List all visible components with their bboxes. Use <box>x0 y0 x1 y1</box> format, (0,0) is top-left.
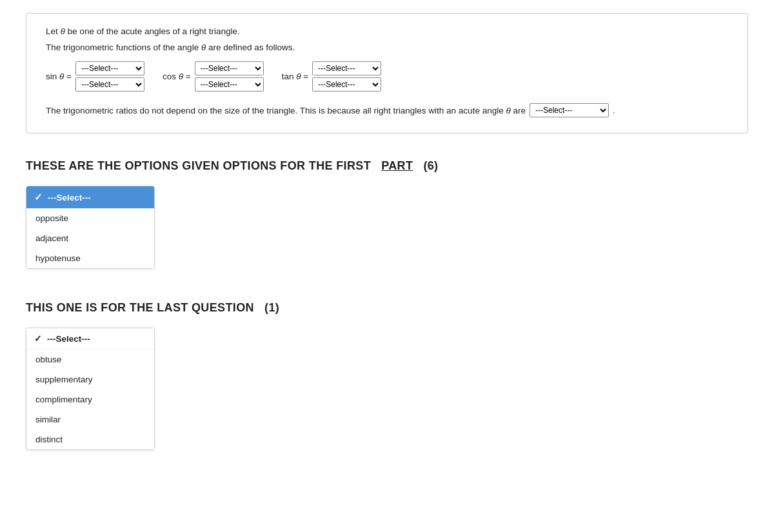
last-panel-option-obtuse[interactable]: obtuse <box>26 350 154 369</box>
tan-label: tan θ = <box>282 72 309 81</box>
sin-item: sin θ = ---Select--- opposite adjacent h… <box>46 61 144 92</box>
cos-label: cos θ = <box>163 72 191 81</box>
sin-selects: ---Select--- opposite adjacent hypotenus… <box>75 61 144 92</box>
trig-functions-row: sin θ = ---Select--- opposite adjacent h… <box>46 61 728 92</box>
tan-numerator-select[interactable]: ---Select--- opposite adjacent hypotenus… <box>312 61 381 75</box>
first-panel-option-opposite[interactable]: opposite <box>26 208 154 228</box>
last-question-period: . <box>613 106 615 115</box>
last-part-heading: THIS ONE IS FOR THE LAST QUESTION (1) <box>26 301 748 315</box>
last-panel-header-label: ---Select--- <box>47 334 90 344</box>
cos-denominator-select[interactable]: ---Select--- opposite adjacent hypotenus… <box>195 77 264 92</box>
last-dropdown-panel: ✓ ---Select--- obtuse supplementary comp… <box>26 328 155 450</box>
last-panel-option-supplementary[interactable]: supplementary <box>26 369 154 389</box>
question-box: Let θ be one of the acute angles of a ri… <box>26 13 748 133</box>
first-part-label: PART <box>381 159 413 172</box>
last-panel-option-complimentary[interactable]: complimentary <box>26 389 154 409</box>
first-panel-header-label: ---Select--- <box>48 193 91 202</box>
first-part-heading-text: THESE ARE THE OPTIONS GIVEN OPTIONS FOR … <box>26 159 371 172</box>
page-container: Let θ be one of the acute angles of a ri… <box>0 0 774 489</box>
cos-numerator-select[interactable]: ---Select--- opposite adjacent hypotenus… <box>195 61 264 75</box>
last-part-heading-text: THIS ONE IS FOR THE LAST QUESTION <box>26 301 254 314</box>
sin-label: sin θ = <box>46 72 72 81</box>
sin-denominator-select[interactable]: ---Select--- opposite adjacent hypotenus… <box>75 77 144 92</box>
last-panel-checkmark: ✓ <box>34 333 42 344</box>
last-part-section: THIS ONE IS FOR THE LAST QUESTION (1) ✓ … <box>26 301 748 450</box>
first-part-heading: THESE ARE THE OPTIONS GIVEN OPTIONS FOR … <box>26 159 748 173</box>
intro-line1: Let θ be one of the acute angles of a ri… <box>46 26 728 36</box>
first-panel-header[interactable]: ✓ ---Select--- <box>26 186 154 208</box>
last-panel-header[interactable]: ✓ ---Select--- <box>26 328 154 350</box>
first-dropdown-panel: ✓ ---Select--- opposite adjacent hypoten… <box>26 186 155 269</box>
last-question-text1: The trigonometric ratios do not depend o… <box>46 106 526 115</box>
tan-denominator-select[interactable]: ---Select--- opposite adjacent hypotenus… <box>312 77 381 92</box>
last-question-select[interactable]: ---Select--- obtuse supplementary compli… <box>530 103 609 117</box>
intro-line2: The trigonometric functions of the angle… <box>46 43 728 52</box>
first-panel-checkmark: ✓ <box>34 192 43 203</box>
last-part-count: (1) <box>264 301 279 314</box>
first-panel-option-adjacent[interactable]: adjacent <box>26 228 154 248</box>
first-part-count: (6) <box>423 159 438 172</box>
last-question-row: The trigonometric ratios do not depend o… <box>46 103 728 117</box>
tan-item: tan θ = ---Select--- opposite adjacent h… <box>282 61 382 92</box>
last-panel-option-distinct[interactable]: distinct <box>26 429 154 449</box>
cos-item: cos θ = ---Select--- opposite adjacent h… <box>163 61 264 92</box>
tan-selects: ---Select--- opposite adjacent hypotenus… <box>312 61 381 92</box>
last-question-select-wrapper: ---Select--- obtuse supplementary compli… <box>530 103 609 117</box>
sin-numerator-select[interactable]: ---Select--- opposite adjacent hypotenus… <box>75 61 144 75</box>
first-panel-option-hypotenuse[interactable]: hypotenuse <box>26 248 154 268</box>
last-panel-option-similar[interactable]: similar <box>26 409 154 429</box>
cos-selects: ---Select--- opposite adjacent hypotenus… <box>195 61 264 92</box>
first-part-section: THESE ARE THE OPTIONS GIVEN OPTIONS FOR … <box>26 159 748 269</box>
